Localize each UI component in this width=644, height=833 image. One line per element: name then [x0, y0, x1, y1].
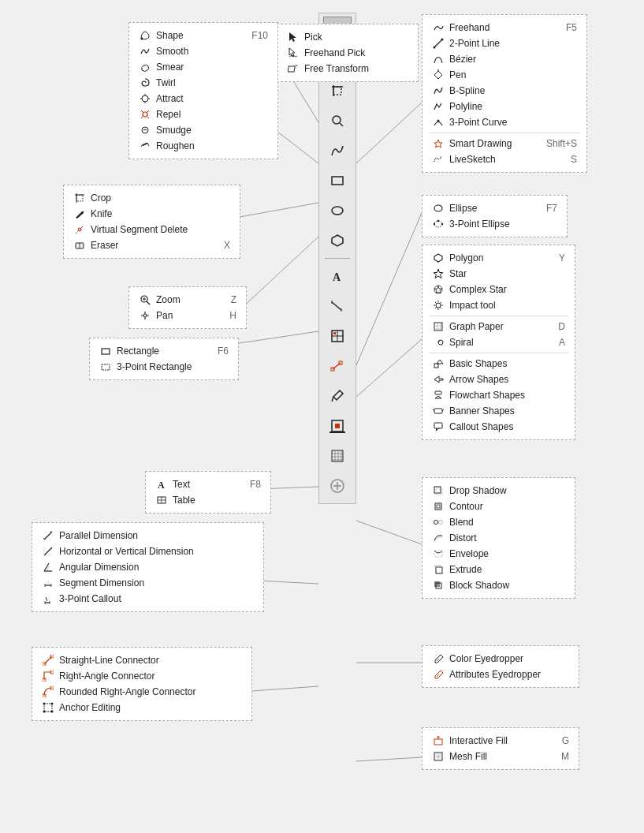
twirl-icon — [139, 77, 151, 89]
rounded-connector-item[interactable]: Rounded Right-Angle Connector — [39, 684, 245, 700]
distort-item[interactable]: Distort — [429, 530, 568, 546]
toolbar-rectangle[interactable] — [323, 166, 352, 195]
3pt-rect-item[interactable]: 3-Point Rectangle — [96, 359, 232, 375]
envelope-item[interactable]: Envelope — [429, 546, 568, 562]
text-item[interactable]: A Text F8 — [152, 476, 264, 492]
freehand-pick-item[interactable]: Freehand Pick — [284, 45, 411, 61]
rect-item[interactable]: Rectangle F6 — [96, 343, 232, 359]
blend-item[interactable]: Blend — [429, 514, 568, 530]
toolbar-dimension[interactable] — [323, 292, 352, 320]
distort-label: Distort — [449, 532, 565, 544]
drop-shadow-icon — [432, 484, 445, 497]
smudge-item[interactable]: Smudge — [136, 122, 271, 138]
spiral-label: Spiral — [449, 337, 548, 348]
pen-item[interactable]: Pen — [429, 67, 580, 83]
zoom-item[interactable]: Zoom Z — [136, 292, 240, 308]
block-shadow-item[interactable]: Block Shadow — [429, 577, 568, 593]
basic-shapes-item[interactable]: Basic Shapes — [429, 356, 568, 372]
attract-item[interactable]: Attract — [136, 91, 271, 106]
graph-paper-icon — [432, 320, 445, 333]
knife-item[interactable]: Knife — [70, 206, 233, 222]
parallel-dim-item[interactable]: Parallel Dimension — [39, 528, 257, 544]
segment-dim-item[interactable]: Segment Dimension — [39, 575, 257, 591]
3pt-ellipse-icon — [432, 218, 445, 230]
smart-drawing-item[interactable]: Smart Drawing Shift+S — [429, 136, 580, 151]
3pt-curve-item[interactable]: 3-Point Curve — [429, 114, 580, 130]
crop-item[interactable]: Crop — [70, 190, 233, 206]
svg-rect-31 — [333, 332, 336, 334]
toolbar-zoom[interactable] — [323, 106, 352, 135]
arrow-shapes-icon — [432, 373, 445, 386]
toolbar-eyedropper[interactable] — [323, 382, 352, 410]
toolbar-erase[interactable] — [323, 442, 352, 470]
freehand-item[interactable]: Freehand F5 — [429, 20, 580, 35]
bezier-label: Bézier — [449, 54, 577, 65]
free-transform-label: Free Transform — [304, 63, 408, 74]
star-item[interactable]: Star — [429, 266, 568, 282]
impact-item[interactable]: Impact tool — [429, 297, 568, 313]
pan-label: Pan — [156, 310, 218, 321]
toolbar-polygon[interactable] — [323, 226, 352, 255]
angular-dim-item[interactable]: Angular Dimension — [39, 559, 257, 575]
polygon-item[interactable]: Polygon Y — [429, 250, 568, 266]
livesketch-item[interactable]: LiveSketch S — [429, 151, 580, 167]
eraser-item[interactable]: Eraser X — [70, 237, 233, 253]
complex-star-item[interactable]: Complex Star — [429, 282, 568, 297]
3pt-callout-item[interactable]: 3-Point Callout — [39, 591, 257, 607]
arrow-shapes-item[interactable]: Arrow Shapes — [429, 372, 568, 387]
color-eyedropper-item[interactable]: Color Eyedropper — [429, 651, 572, 667]
spiral-item[interactable]: Spiral A — [429, 334, 568, 350]
horiz-vert-dim-item[interactable]: Horizontal or Vertical Dimension — [39, 544, 257, 559]
toolbar-fill[interactable] — [323, 412, 352, 440]
curve-tools-panel: Freehand F5 2-Point Line Bézier Pen B-Sp… — [422, 14, 587, 173]
rect-label: Rectangle — [117, 346, 207, 357]
effects-tools-panel: Drop Shadow Contour Blend Distort Envelo… — [422, 477, 575, 599]
toolbar-ellipse[interactable] — [323, 196, 352, 225]
crop-tools-panel: Crop Knife Virtual Segment Delete Eraser… — [63, 185, 240, 259]
banner-item[interactable]: Banner Shapes — [429, 403, 568, 419]
anchor-edit-label: Anchor Editing — [59, 702, 242, 713]
smear-item[interactable]: Smear — [136, 59, 271, 75]
extrude-item[interactable]: Extrude — [429, 562, 568, 577]
repel-item[interactable]: Repel — [136, 106, 271, 122]
toolbar-connector[interactable] — [323, 352, 352, 380]
pick-tool-item[interactable]: Pick — [284, 29, 411, 45]
attr-eyedropper-item[interactable]: Attributes Eyedropper — [429, 667, 572, 682]
anchor-edit-item[interactable]: Anchor Editing — [39, 700, 245, 715]
bezier-item[interactable]: Bézier — [429, 51, 580, 67]
callout-item[interactable]: Callout Shapes — [429, 419, 568, 435]
toolbar-table[interactable] — [323, 322, 352, 350]
toolbar-text[interactable]: A — [323, 262, 352, 290]
shape-tool-item[interactable]: Shape F10 — [136, 28, 271, 43]
2pt-line-item[interactable]: 2-Point Line — [429, 35, 580, 51]
virtual-seg-item[interactable]: Virtual Segment Delete — [70, 222, 233, 237]
mesh-fill-item[interactable]: Mesh Fill M — [429, 749, 572, 764]
toolbar-freehand[interactable] — [323, 136, 352, 165]
svg-point-95 — [436, 303, 441, 308]
straight-connector-icon — [42, 654, 54, 667]
zoom-icon — [139, 293, 151, 306]
svg-rect-115 — [434, 423, 442, 428]
flowchart-item[interactable]: Flowchart Shapes — [429, 387, 568, 403]
table-item[interactable]: Table — [152, 492, 264, 508]
segment-dim-label: Segment Dimension — [59, 577, 254, 588]
polyline-item[interactable]: Polyline — [429, 99, 580, 114]
contour-item[interactable]: Contour — [429, 499, 568, 514]
drop-shadow-item[interactable]: Drop Shadow — [429, 483, 568, 499]
svg-rect-37 — [335, 424, 340, 428]
toolbar-add[interactable] — [323, 472, 352, 500]
straight-connector-item[interactable]: Straight-Line Connector — [39, 652, 245, 668]
smooth-item[interactable]: Smooth — [136, 43, 271, 59]
roughen-item[interactable]: Roughen — [136, 138, 271, 154]
pen-label: Pen — [449, 69, 577, 80]
interactive-fill-item[interactable]: Interactive Fill G — [429, 733, 572, 749]
3pt-ellipse-item[interactable]: 3-Point Ellipse — [429, 216, 560, 232]
graph-paper-item[interactable]: Graph Paper D — [429, 319, 568, 334]
bspline-item[interactable]: B-Spline — [429, 83, 580, 99]
free-transform-item[interactable]: Free Transform — [284, 61, 411, 77]
pan-item[interactable]: Pan H — [136, 308, 240, 323]
spiral-shortcut: A — [559, 337, 565, 348]
twirl-item[interactable]: Twirl — [136, 75, 271, 91]
right-angle-connector-item[interactable]: Right-Angle Connector — [39, 668, 245, 684]
ellipse-item[interactable]: Ellipse F7 — [429, 200, 560, 216]
